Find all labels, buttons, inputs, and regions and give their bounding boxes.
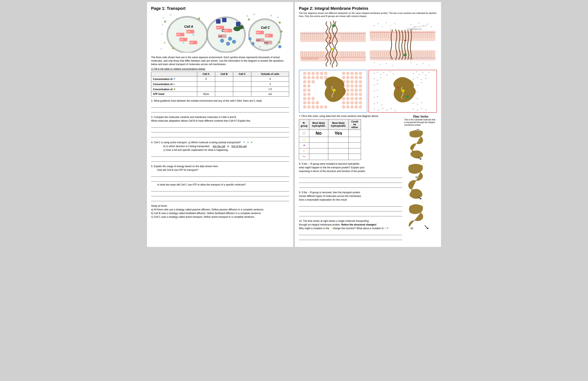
- chart-row-orange: ⌐: [299, 148, 361, 154]
- svg-point-295: [374, 78, 375, 79]
- svg-text:✕: ✕: [192, 34, 195, 36]
- svg-point-231: [303, 84, 306, 88]
- page1-title: Page 1: Transport: [151, 6, 289, 11]
- svg-point-322: [378, 109, 379, 111]
- answer-line: [151, 153, 289, 157]
- svg-point-317: [381, 104, 382, 105]
- chart-cell-blank: [349, 148, 361, 154]
- q7-left: 7. Fill in this chart, using data from t…: [299, 115, 402, 243]
- r-group-chart: R-group Most likely hydrophilic Most lik…: [299, 119, 361, 160]
- q4-line1: 4. Cell C is using active transport. a) …: [151, 140, 289, 144]
- svg-point-327: [413, 108, 414, 110]
- svg-point-214: [311, 76, 315, 79]
- svg-rect-28: [216, 19, 220, 23]
- page-2: Page 2: Integral Membrane Proteins The f…: [295, 2, 441, 247]
- svg-point-308: [377, 90, 378, 91]
- row3-cellC: [233, 87, 251, 92]
- svg-point-256: [346, 97, 349, 100]
- svg-text:★: ★: [247, 17, 251, 22]
- svg-point-326: [395, 110, 396, 111]
- question-4-block: 4. Cell C is using active transport. a) …: [151, 140, 289, 162]
- svg-point-303: [377, 83, 378, 84]
- svg-point-321: [374, 108, 375, 110]
- svg-point-205: [320, 72, 323, 75]
- chart-cell-blank: [309, 148, 328, 154]
- svg-text:✕: ✕: [270, 14, 272, 17]
- svg-text:★: ★: [278, 20, 282, 25]
- svg-rect-120: [329, 37, 332, 39]
- svg-text:★: ★: [171, 46, 175, 50]
- svg-point-270: [307, 105, 311, 109]
- table-header-cellA: Cell A: [197, 72, 215, 77]
- svg-point-290: [416, 71, 417, 72]
- svg-point-232: [307, 84, 311, 88]
- svg-text:ATP: ATP: [265, 35, 269, 37]
- q9-block: 9. If the ⌐ R-group is removed, then the…: [299, 191, 402, 216]
- svg-point-325: [391, 108, 392, 109]
- svg-point-300: [421, 79, 422, 80]
- chart-cell-blank: [309, 137, 328, 142]
- svg-text:✕: ✕: [253, 13, 255, 16]
- svg-text:ATP: ATP: [189, 41, 193, 44]
- answer-line: [151, 178, 289, 182]
- chart-header-either: Could be either: [349, 119, 361, 130]
- svg-point-145: [423, 63, 424, 64]
- answer-line: [151, 192, 289, 196]
- row4-outside: n/a: [251, 92, 289, 97]
- cell-diagram-svg: ✕ ✕ ✕ ✕ ★ ● ● ★ ★ ● Cell A ATP ATP: [151, 13, 289, 53]
- svg-point-222: [359, 76, 362, 79]
- svg-point-245: [303, 93, 306, 96]
- chart-cell-blank: [349, 142, 361, 148]
- chart-cell-either: [349, 130, 361, 137]
- svg-point-280: [333, 89, 336, 91]
- answer-line: [151, 128, 289, 132]
- svg-point-129: [382, 26, 383, 27]
- q5-line1: 5. Explain the usage of energy based on …: [151, 164, 289, 168]
- svg-point-138: [431, 26, 432, 27]
- svg-text:⊤: ⊤: [411, 58, 413, 61]
- svg-text:✕: ✕: [169, 14, 172, 17]
- question-3-block: 3. Compare the molecular contents and me…: [151, 115, 289, 137]
- svg-point-140: [380, 64, 381, 65]
- svg-point-220: [350, 76, 354, 79]
- chart-cell-yellow-symbol: ⬡: [299, 137, 309, 142]
- svg-point-279: [359, 105, 362, 109]
- diagram-protein-side: ✦ phospholipid head: [299, 20, 367, 69]
- table-header-blank: [151, 72, 197, 77]
- row3-cellA: [197, 87, 215, 92]
- chart-cell-blank: [328, 154, 349, 160]
- svg-text:ADP: ADP: [218, 35, 223, 37]
- svg-point-307: [374, 91, 375, 92]
- svg-point-131: [390, 25, 391, 26]
- svg-point-201: [303, 72, 306, 75]
- svg-text:✦: ✦: [328, 83, 330, 86]
- svg-point-248: [346, 93, 349, 96]
- svg-text:✦: ✦: [325, 58, 327, 61]
- chart-cell-blank: [328, 148, 349, 154]
- svg-point-273: [320, 105, 323, 109]
- svg-point-249: [350, 93, 354, 96]
- chart-header-hydrophilic: Most likely hydrophilic: [309, 119, 328, 130]
- svg-point-61: [248, 37, 252, 40]
- chart-header-rgroup: R-group: [299, 119, 309, 130]
- page2-description: The four diagrams shown are different vi…: [299, 12, 437, 18]
- chart-cell-purple-symbol: ✦: [299, 142, 309, 148]
- svg-text:ATP: ATP: [176, 34, 180, 36]
- svg-point-314: [417, 98, 418, 99]
- svg-point-206: [324, 72, 327, 75]
- svg-point-142: [392, 65, 393, 66]
- answer-line: [299, 174, 402, 178]
- svg-point-42: [228, 37, 232, 41]
- svg-point-219: [346, 76, 349, 79]
- svg-point-135: [419, 23, 420, 24]
- svg-point-285: [383, 72, 384, 73]
- row4-cellB: [215, 92, 233, 97]
- svg-point-146: [429, 65, 430, 66]
- svg-point-243: [355, 88, 358, 92]
- svg-text:phospholipid head: phospholipid head: [301, 58, 318, 60]
- concentration-table: Cell A Cell B Cell C Outside of cells Co…: [151, 72, 289, 97]
- svg-point-143: [410, 62, 412, 63]
- answer-line: [299, 236, 402, 240]
- svg-point-207: [342, 72, 345, 75]
- row2-label: Concentration of ●: [151, 82, 197, 87]
